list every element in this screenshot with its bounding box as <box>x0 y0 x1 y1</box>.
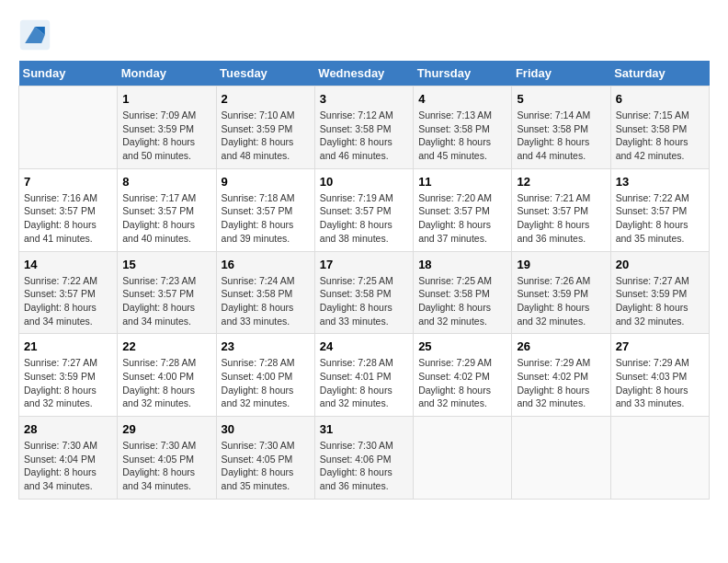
day-number: 2 <box>222 92 310 106</box>
calendar-cell: 19Sunrise: 7:26 AM Sunset: 3:59 PM Dayli… <box>512 251 610 334</box>
calendar-cell: 24Sunrise: 7:28 AM Sunset: 4:01 PM Dayli… <box>314 334 413 417</box>
day-info: Sunrise: 7:20 AM Sunset: 3:57 PM Dayligh… <box>418 191 506 246</box>
day-number: 25 <box>418 339 506 353</box>
day-info: Sunrise: 7:22 AM Sunset: 3:57 PM Dayligh… <box>24 274 112 328</box>
calendar-cell: 12Sunrise: 7:21 AM Sunset: 3:57 PM Dayli… <box>512 168 610 251</box>
day-number: 19 <box>517 258 605 271</box>
day-number: 29 <box>122 422 210 436</box>
calendar-week-row: 7Sunrise: 7:16 AM Sunset: 3:57 PM Daylig… <box>19 168 710 251</box>
day-info: Sunrise: 7:26 AM Sunset: 3:59 PM Dayligh… <box>517 274 605 328</box>
day-info: Sunrise: 7:25 AM Sunset: 3:58 PM Dayligh… <box>320 274 408 328</box>
day-number: 11 <box>418 175 506 189</box>
day-info: Sunrise: 7:29 AM Sunset: 4:02 PM Dayligh… <box>517 356 605 410</box>
calendar-cell: 7Sunrise: 7:16 AM Sunset: 3:57 PM Daylig… <box>19 168 118 251</box>
header-day-tuesday: Tuesday <box>216 61 314 86</box>
calendar-week-row: 21Sunrise: 7:27 AM Sunset: 3:59 PM Dayli… <box>19 334 710 417</box>
calendar-cell: 9Sunrise: 7:18 AM Sunset: 3:57 PM Daylig… <box>216 168 314 251</box>
calendar-cell: 29Sunrise: 7:30 AM Sunset: 4:05 PM Dayli… <box>118 417 216 500</box>
day-number: 16 <box>222 258 310 271</box>
calendar-cell <box>414 417 512 500</box>
header-day-wednesday: Wednesday <box>314 61 413 86</box>
calendar-cell: 17Sunrise: 7:25 AM Sunset: 3:58 PM Dayli… <box>314 251 413 334</box>
day-info: Sunrise: 7:30 AM Sunset: 4:05 PM Dayligh… <box>222 439 310 493</box>
calendar-week-row: 14Sunrise: 7:22 AM Sunset: 3:57 PM Dayli… <box>19 251 710 334</box>
header-day-friday: Friday <box>512 61 610 86</box>
day-number: 30 <box>222 422 310 436</box>
day-number: 18 <box>418 258 506 271</box>
day-number: 31 <box>320 422 408 436</box>
day-info: Sunrise: 7:10 AM Sunset: 3:59 PM Dayligh… <box>222 109 310 163</box>
day-info: Sunrise: 7:28 AM Sunset: 4:00 PM Dayligh… <box>122 356 210 410</box>
calendar-cell: 16Sunrise: 7:24 AM Sunset: 3:58 PM Dayli… <box>216 251 314 334</box>
day-number: 13 <box>616 175 704 189</box>
day-number: 20 <box>616 258 704 271</box>
calendar-cell <box>19 86 118 169</box>
day-info: Sunrise: 7:16 AM Sunset: 3:57 PM Dayligh… <box>24 191 112 246</box>
calendar-cell: 21Sunrise: 7:27 AM Sunset: 3:59 PM Dayli… <box>19 334 118 417</box>
calendar-table: SundayMondayTuesdayWednesdayThursdayFrid… <box>18 61 710 500</box>
calendar-cell: 20Sunrise: 7:27 AM Sunset: 3:59 PM Dayli… <box>610 251 709 334</box>
calendar-cell: 28Sunrise: 7:30 AM Sunset: 4:04 PM Dayli… <box>19 417 118 500</box>
day-info: Sunrise: 7:24 AM Sunset: 3:58 PM Dayligh… <box>222 274 310 328</box>
day-number: 27 <box>616 339 704 353</box>
calendar-cell: 26Sunrise: 7:29 AM Sunset: 4:02 PM Dayli… <box>512 334 610 417</box>
day-number: 5 <box>517 92 605 106</box>
day-number: 4 <box>418 92 506 106</box>
day-info: Sunrise: 7:27 AM Sunset: 3:59 PM Dayligh… <box>616 274 704 328</box>
calendar-cell <box>512 417 610 500</box>
day-number: 10 <box>320 175 408 189</box>
day-number: 3 <box>320 92 408 106</box>
logo <box>18 18 55 52</box>
calendar-cell: 27Sunrise: 7:29 AM Sunset: 4:03 PM Dayli… <box>610 334 709 417</box>
day-info: Sunrise: 7:22 AM Sunset: 3:57 PM Dayligh… <box>616 191 704 246</box>
day-number: 26 <box>517 339 605 353</box>
day-number: 28 <box>24 422 112 436</box>
calendar-cell: 13Sunrise: 7:22 AM Sunset: 3:57 PM Dayli… <box>610 168 709 251</box>
day-info: Sunrise: 7:23 AM Sunset: 3:57 PM Dayligh… <box>122 274 210 328</box>
day-number: 12 <box>517 175 605 189</box>
calendar-cell: 8Sunrise: 7:17 AM Sunset: 3:57 PM Daylig… <box>118 168 216 251</box>
day-number: 6 <box>616 92 704 106</box>
header-day-sunday: Sunday <box>19 61 118 86</box>
day-info: Sunrise: 7:28 AM Sunset: 4:01 PM Dayligh… <box>320 356 408 410</box>
day-number: 23 <box>222 339 310 353</box>
calendar-week-row: 28Sunrise: 7:30 AM Sunset: 4:04 PM Dayli… <box>19 417 710 500</box>
day-info: Sunrise: 7:30 AM Sunset: 4:04 PM Dayligh… <box>24 439 112 493</box>
calendar-cell: 14Sunrise: 7:22 AM Sunset: 3:57 PM Dayli… <box>19 251 118 334</box>
day-number: 7 <box>24 175 112 189</box>
calendar-week-row: 1Sunrise: 7:09 AM Sunset: 3:59 PM Daylig… <box>19 86 710 169</box>
day-info: Sunrise: 7:28 AM Sunset: 4:00 PM Dayligh… <box>222 356 310 410</box>
day-info: Sunrise: 7:25 AM Sunset: 3:58 PM Dayligh… <box>418 274 506 328</box>
day-info: Sunrise: 7:12 AM Sunset: 3:58 PM Dayligh… <box>320 109 408 163</box>
day-info: Sunrise: 7:30 AM Sunset: 4:06 PM Dayligh… <box>320 439 408 493</box>
calendar-cell: 23Sunrise: 7:28 AM Sunset: 4:00 PM Dayli… <box>216 334 314 417</box>
calendar-cell: 3Sunrise: 7:12 AM Sunset: 3:58 PM Daylig… <box>314 86 413 169</box>
day-info: Sunrise: 7:13 AM Sunset: 3:58 PM Dayligh… <box>418 109 506 163</box>
calendar-cell: 4Sunrise: 7:13 AM Sunset: 3:58 PM Daylig… <box>414 86 512 169</box>
calendar-cell: 1Sunrise: 7:09 AM Sunset: 3:59 PM Daylig… <box>118 86 216 169</box>
calendar-cell: 2Sunrise: 7:10 AM Sunset: 3:59 PM Daylig… <box>216 86 314 169</box>
page-header <box>18 18 710 52</box>
day-info: Sunrise: 7:30 AM Sunset: 4:05 PM Dayligh… <box>122 439 210 493</box>
day-info: Sunrise: 7:14 AM Sunset: 3:58 PM Dayligh… <box>517 109 605 163</box>
calendar-header-row: SundayMondayTuesdayWednesdayThursdayFrid… <box>19 61 710 86</box>
day-number: 9 <box>222 175 310 189</box>
day-info: Sunrise: 7:09 AM Sunset: 3:59 PM Dayligh… <box>122 109 210 163</box>
calendar-cell: 30Sunrise: 7:30 AM Sunset: 4:05 PM Dayli… <box>216 417 314 500</box>
calendar-cell <box>610 417 709 500</box>
header-day-saturday: Saturday <box>610 61 709 86</box>
day-number: 15 <box>122 258 210 271</box>
calendar-cell: 6Sunrise: 7:15 AM Sunset: 3:58 PM Daylig… <box>610 86 709 169</box>
day-info: Sunrise: 7:19 AM Sunset: 3:57 PM Dayligh… <box>320 191 408 246</box>
calendar-cell: 31Sunrise: 7:30 AM Sunset: 4:06 PM Dayli… <box>314 417 413 500</box>
day-info: Sunrise: 7:27 AM Sunset: 3:59 PM Dayligh… <box>24 356 112 410</box>
calendar-cell: 11Sunrise: 7:20 AM Sunset: 3:57 PM Dayli… <box>414 168 512 251</box>
day-info: Sunrise: 7:17 AM Sunset: 3:57 PM Dayligh… <box>122 191 210 246</box>
day-number: 1 <box>122 92 210 106</box>
day-info: Sunrise: 7:15 AM Sunset: 3:58 PM Dayligh… <box>616 109 704 163</box>
header-day-monday: Monday <box>118 61 216 86</box>
day-number: 17 <box>320 258 408 271</box>
day-info: Sunrise: 7:29 AM Sunset: 4:03 PM Dayligh… <box>616 356 704 410</box>
calendar-cell: 10Sunrise: 7:19 AM Sunset: 3:57 PM Dayli… <box>314 168 413 251</box>
day-info: Sunrise: 7:21 AM Sunset: 3:57 PM Dayligh… <box>517 191 605 246</box>
